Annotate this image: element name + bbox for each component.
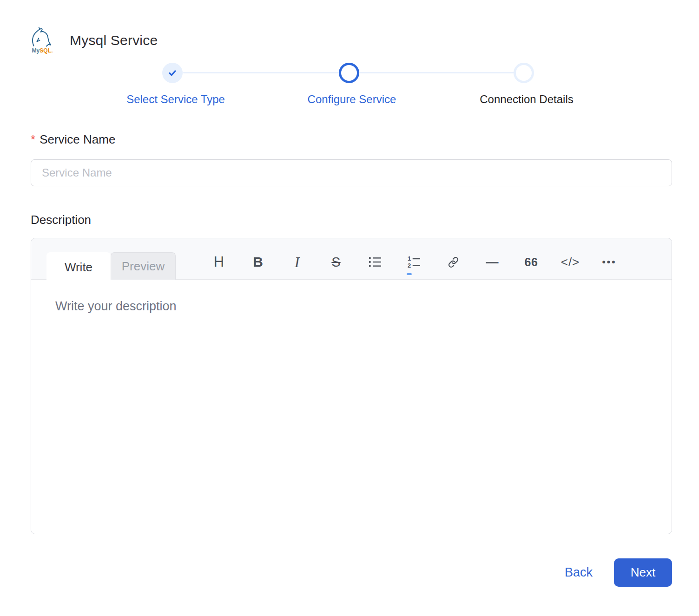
- more-options-icon: •••: [602, 256, 616, 268]
- horizontal-rule-button[interactable]: —: [473, 248, 512, 276]
- header: MySQL. Mysql Service: [28, 26, 158, 55]
- tab-preview[interactable]: Preview: [111, 252, 176, 280]
- numbered-list-icon: 1 2: [408, 256, 421, 268]
- stepper-connector-2: [359, 72, 514, 73]
- step-label-configure-service[interactable]: Configure Service: [308, 93, 396, 106]
- service-name-label: *Service Name: [31, 132, 115, 147]
- code-button[interactable]: </>: [551, 248, 590, 276]
- horizontal-rule-icon: —: [486, 255, 499, 269]
- link-button[interactable]: [434, 248, 473, 276]
- quote-button[interactable]: 66: [512, 248, 551, 276]
- toolbar-tools: H B I S: [199, 244, 629, 280]
- description-input-area[interactable]: Write your description: [31, 280, 672, 534]
- strikethrough-button[interactable]: S: [317, 248, 356, 276]
- step-completed-circle: [162, 63, 183, 83]
- required-asterisk: *: [31, 132, 35, 146]
- description-label: Description: [31, 213, 91, 227]
- bullet-list-icon: [369, 256, 382, 268]
- footer-actions: Back Next: [565, 558, 672, 587]
- step-label-select-service-type[interactable]: Select Service Type: [126, 93, 225, 106]
- page-title: Mysql Service: [70, 33, 158, 48]
- description-editor: Write Preview H B I S: [31, 238, 672, 534]
- mysql-logo: MySQL.: [28, 26, 57, 55]
- heading-icon: H: [214, 254, 224, 270]
- description-placeholder: Write your description: [55, 299, 177, 314]
- logo-text-sql: SQL.: [40, 47, 53, 54]
- service-name-label-text: Service Name: [40, 132, 115, 146]
- logo-text-my: My: [32, 47, 40, 54]
- step-label-connection-details[interactable]: Connection Details: [480, 93, 573, 106]
- back-button[interactable]: Back: [565, 565, 593, 580]
- numbered-list-caret: [407, 273, 412, 275]
- svg-text:1: 1: [408, 256, 411, 262]
- italic-button[interactable]: I: [277, 248, 317, 276]
- more-options-button[interactable]: •••: [590, 248, 629, 276]
- step-active-circle: [339, 63, 359, 83]
- stepper-connector-1: [183, 72, 339, 73]
- editor-toolbar: Write Preview H B I S: [31, 238, 672, 280]
- bullet-list-button[interactable]: [356, 248, 395, 276]
- step-upcoming-circle: [514, 63, 534, 83]
- bold-icon: B: [253, 254, 263, 270]
- service-name-input[interactable]: [31, 159, 672, 186]
- heading-button[interactable]: H: [199, 248, 238, 276]
- italic-icon: I: [295, 254, 300, 271]
- quote-icon: 66: [525, 256, 538, 269]
- svg-text:2: 2: [408, 262, 411, 268]
- tab-write[interactable]: Write: [46, 252, 111, 282]
- strikethrough-icon: S: [331, 255, 340, 270]
- next-button[interactable]: Next: [614, 558, 672, 587]
- check-icon: [167, 68, 178, 78]
- link-icon: [447, 256, 460, 269]
- code-icon: </>: [561, 255, 580, 269]
- svg-text:MySQL.: MySQL.: [32, 47, 53, 54]
- bold-button[interactable]: B: [238, 248, 277, 276]
- numbered-list-button[interactable]: 1 2: [395, 248, 434, 276]
- configure-service-page: MySQL. Mysql Service Select Service Type…: [0, 0, 699, 616]
